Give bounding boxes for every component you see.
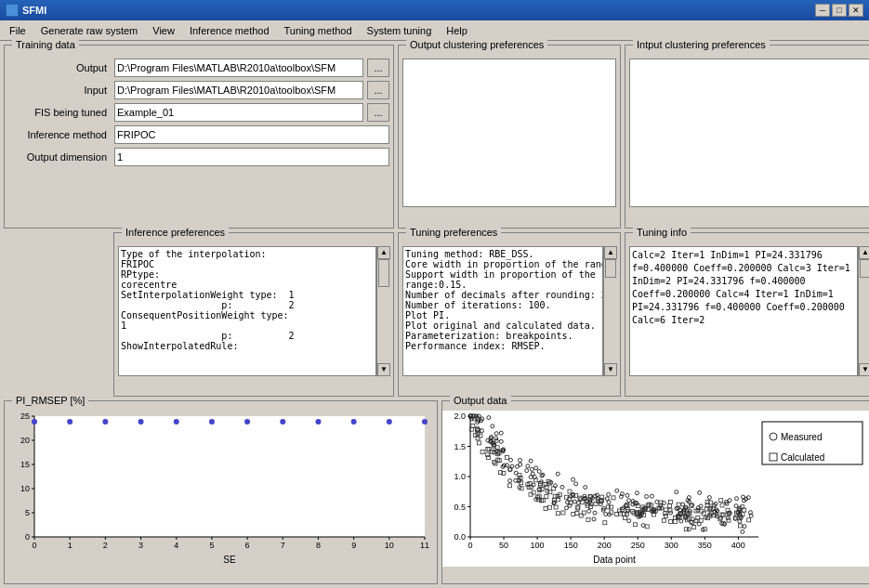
menu-view[interactable]: View — [145, 23, 182, 38]
fis-row: FIS being tuned ... — [8, 103, 389, 122]
app-icon — [6, 4, 19, 17]
tuning-scroll-track — [604, 259, 616, 363]
output-clustering-title: Output clustering preferences — [406, 39, 547, 50]
input-row: Input ... — [8, 81, 389, 99]
output-data-title: Output data — [450, 395, 511, 406]
output-data-chart-group: Output data — [441, 400, 869, 584]
info-scroll-thumb[interactable] — [860, 259, 870, 278]
tuning-info-content[interactable]: Calc=2 Iter=1 InDim=1 PI=24.331796 f=0.4… — [629, 246, 858, 376]
inference-prefs-group: Inference preferences Type of the interp… — [113, 232, 394, 398]
menu-help[interactable]: Help — [439, 23, 475, 38]
training-data-group: Training data Output ... Input ... FIS b… — [4, 45, 394, 229]
scroll-thumb[interactable] — [378, 259, 389, 287]
menu-bar: File Generate raw system View Inference … — [0, 20, 869, 41]
main-content: Training data Output ... Input ... FIS b… — [0, 41, 869, 588]
menu-tuning-method[interactable]: Tuning method — [277, 23, 360, 38]
tuning-scrollbar[interactable]: ▲ ▼ — [603, 246, 616, 376]
tuning-scroll-thumb[interactable] — [605, 259, 616, 278]
inference-method-input[interactable] — [114, 125, 389, 144]
input-label: Input — [8, 85, 111, 96]
fis-label: FIS being tuned — [8, 107, 111, 118]
window-title: SFMI — [22, 5, 46, 16]
scroll-down-arrow[interactable]: ▼ — [377, 363, 390, 376]
input-clustering-title: Intput clustering preferences — [633, 39, 770, 50]
output-data-canvas — [442, 411, 869, 567]
tuning-prefs-content[interactable]: Tuning method: RBE_DSS. Core width in pr… — [402, 246, 603, 376]
close-button[interactable]: ✕ — [849, 4, 863, 17]
fis-input[interactable] — [114, 103, 363, 122]
maximize-button[interactable]: □ — [832, 4, 847, 17]
training-data-title: Training data — [12, 39, 79, 50]
tuning-scroll-up[interactable]: ▲ — [604, 246, 617, 259]
pi-rmsep-canvas — [5, 411, 432, 567]
inference-method-row: Inference method — [8, 125, 389, 144]
info-scroll-down[interactable]: ▼ — [859, 363, 869, 376]
title-bar-left: SFMI — [6, 4, 46, 17]
output-input[interactable] — [114, 59, 363, 77]
pi-rmsep-chart-group: PI_RMSEP [%] — [4, 400, 438, 584]
input-browse-button[interactable]: ... — [367, 81, 389, 99]
tuning-scroll-down[interactable]: ▼ — [604, 363, 617, 376]
input-clustering-group: Intput clustering preferences — [625, 45, 869, 229]
fis-browse-button[interactable]: ... — [367, 103, 389, 122]
scroll-up-arrow[interactable]: ▲ — [377, 246, 390, 259]
info-scroll-track — [859, 259, 869, 363]
menu-system-tuning[interactable]: System tuning — [360, 23, 440, 38]
inference-method-label: Inference method — [8, 129, 111, 140]
output-browse-button[interactable]: ... — [367, 59, 389, 77]
input-clustering-listbox[interactable] — [629, 59, 869, 207]
menu-file[interactable]: File — [2, 23, 33, 38]
title-bar: SFMI ─ □ ✕ — [0, 0, 869, 20]
menu-generate-raw-system[interactable]: Generate raw system — [33, 23, 146, 38]
input-input[interactable] — [114, 81, 363, 99]
inference-prefs-content[interactable]: Type of the interpolation: FRIPOC RPtype… — [118, 246, 376, 376]
info-scroll-up[interactable]: ▲ — [859, 246, 869, 259]
info-scrollbar[interactable]: ▲ ▼ — [858, 246, 869, 376]
scroll-track — [377, 259, 389, 363]
output-dim-input[interactable] — [114, 148, 389, 166]
output-label: Output — [8, 62, 111, 73]
minimize-button[interactable]: ─ — [815, 4, 830, 17]
tuning-info-group: Tuning info Calc=2 Iter=1 InDim=1 PI=24.… — [625, 232, 869, 398]
tuning-prefs-title: Tuning preferences — [406, 227, 501, 238]
output-clustering-listbox[interactable] — [402, 59, 616, 207]
output-clustering-group: Output clustering preferences — [398, 45, 621, 229]
title-bar-controls: ─ □ ✕ — [815, 4, 863, 17]
tuning-prefs-group: Tuning preferences Tuning method: RBE_DS… — [398, 232, 621, 398]
charts-row: PI_RMSEP [%] Output data — [4, 400, 869, 584]
inference-scrollbar[interactable]: ▲ ▼ — [376, 246, 389, 376]
output-row: Output ... — [8, 59, 389, 77]
output-dim-label: Output dimension — [8, 151, 111, 163]
menu-inference-method[interactable]: Inference method — [182, 23, 277, 38]
output-dim-row: Output dimension — [8, 148, 389, 166]
pi-rmsep-title: PI_RMSEP [%] — [12, 395, 88, 406]
tuning-info-title: Tuning info — [633, 227, 691, 238]
inference-prefs-title: Inference preferences — [122, 227, 229, 238]
